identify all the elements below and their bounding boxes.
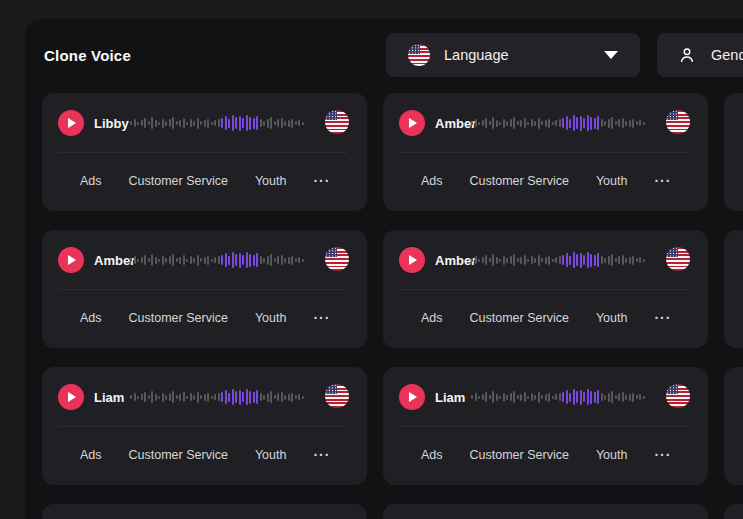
tag-label: Youth <box>596 311 628 325</box>
voice-card <box>724 367 743 485</box>
us-flag-icon <box>325 247 349 271</box>
tag-label: Ads <box>421 448 443 462</box>
waveform <box>130 251 306 269</box>
voice-card: Amber AdsCustomer ServiceYouth··· <box>383 230 708 348</box>
voice-card-grid: Libby AdsCustomer ServiceYouth··· Amber … <box>42 93 743 519</box>
tag-label: Customer Service <box>470 311 569 325</box>
tag-row: AdsCustomer ServiceYouth··· <box>421 174 671 188</box>
tag-row: AdsCustomer ServiceYouth··· <box>80 448 330 462</box>
voice-card <box>724 93 743 211</box>
tag-label: Youth <box>255 174 287 188</box>
play-button[interactable] <box>58 110 84 136</box>
voice-card <box>724 504 743 519</box>
tag-label: Customer Service <box>470 448 569 462</box>
tag-row: AdsCustomer ServiceYouth··· <box>421 448 671 462</box>
us-flag-icon <box>666 384 690 408</box>
tag-label: Youth <box>255 448 287 462</box>
card-divider <box>58 426 347 427</box>
play-button[interactable] <box>399 247 425 273</box>
language-filter-label: Language <box>444 47 509 63</box>
more-options-button[interactable]: ··· <box>654 449 671 461</box>
voice-name: Amber <box>435 253 476 268</box>
chevron-down-icon <box>604 51 618 59</box>
waveform <box>471 114 647 132</box>
play-button[interactable] <box>58 384 84 410</box>
more-options-button[interactable]: ··· <box>313 312 330 324</box>
play-icon <box>409 255 417 265</box>
tag-row: AdsCustomer ServiceYouth··· <box>421 311 671 325</box>
page-title: Clone Voice <box>44 47 131 64</box>
gender-filter-dropdown[interactable]: Gender <box>657 33 743 77</box>
card-divider <box>58 289 347 290</box>
tag-label: Ads <box>80 448 102 462</box>
tag-label: Ads <box>421 174 443 188</box>
voice-name: Amber <box>94 253 135 268</box>
waveform <box>471 388 647 406</box>
tag-label: Youth <box>596 174 628 188</box>
us-flag-icon <box>408 44 430 66</box>
voice-card <box>724 230 743 348</box>
voice-name: Amber <box>435 116 476 131</box>
us-flag-icon <box>666 247 690 271</box>
tag-label: Customer Service <box>470 174 569 188</box>
tag-label: Customer Service <box>129 311 228 325</box>
card-divider <box>399 426 688 427</box>
waveform <box>130 114 306 132</box>
voice-card: Libby AdsCustomer ServiceYouth··· <box>42 93 367 211</box>
voice-card <box>42 504 367 519</box>
us-flag-icon <box>666 110 690 134</box>
play-icon <box>68 392 76 402</box>
voice-card: Amber AdsCustomer ServiceYouth··· <box>42 230 367 348</box>
tag-row: AdsCustomer ServiceYouth··· <box>80 311 330 325</box>
more-options-button[interactable]: ··· <box>313 449 330 461</box>
tag-label: Ads <box>80 311 102 325</box>
tag-label: Youth <box>255 311 287 325</box>
play-button[interactable] <box>399 384 425 410</box>
more-options-button[interactable]: ··· <box>313 175 330 187</box>
voice-card: Amber AdsCustomer ServiceYouth··· <box>383 93 708 211</box>
waveform <box>471 251 647 269</box>
voice-name: Liam <box>435 390 465 405</box>
gender-filter-label: Gender <box>711 47 743 63</box>
voice-name: Libby <box>94 116 129 131</box>
card-divider <box>399 152 688 153</box>
tag-label: Ads <box>80 174 102 188</box>
tag-label: Customer Service <box>129 174 228 188</box>
play-icon <box>68 255 76 265</box>
tag-label: Youth <box>596 448 628 462</box>
voice-card <box>383 504 708 519</box>
us-flag-icon <box>325 110 349 134</box>
card-divider <box>58 152 347 153</box>
play-icon <box>68 118 76 128</box>
more-options-button[interactable]: ··· <box>654 312 671 324</box>
voice-name: Liam <box>94 390 124 405</box>
play-icon <box>409 392 417 402</box>
us-flag-icon <box>325 384 349 408</box>
tag-row: AdsCustomer ServiceYouth··· <box>80 174 330 188</box>
play-icon <box>409 118 417 128</box>
play-button[interactable] <box>399 110 425 136</box>
more-options-button[interactable]: ··· <box>654 175 671 187</box>
card-divider <box>399 289 688 290</box>
clone-voice-page: { "page": { "title": "Clone Voice" }, "h… <box>0 0 743 519</box>
tag-label: Ads <box>421 311 443 325</box>
voice-card: Liam AdsCustomer ServiceYouth··· <box>383 367 708 485</box>
person-icon <box>677 45 697 65</box>
language-filter-dropdown[interactable]: Language <box>386 33 640 77</box>
tag-label: Customer Service <box>129 448 228 462</box>
voice-card: Liam AdsCustomer ServiceYouth··· <box>42 367 367 485</box>
waveform <box>130 388 306 406</box>
play-button[interactable] <box>58 247 84 273</box>
main-panel: Clone Voice Language Gender Libby AdsCus… <box>25 19 743 519</box>
